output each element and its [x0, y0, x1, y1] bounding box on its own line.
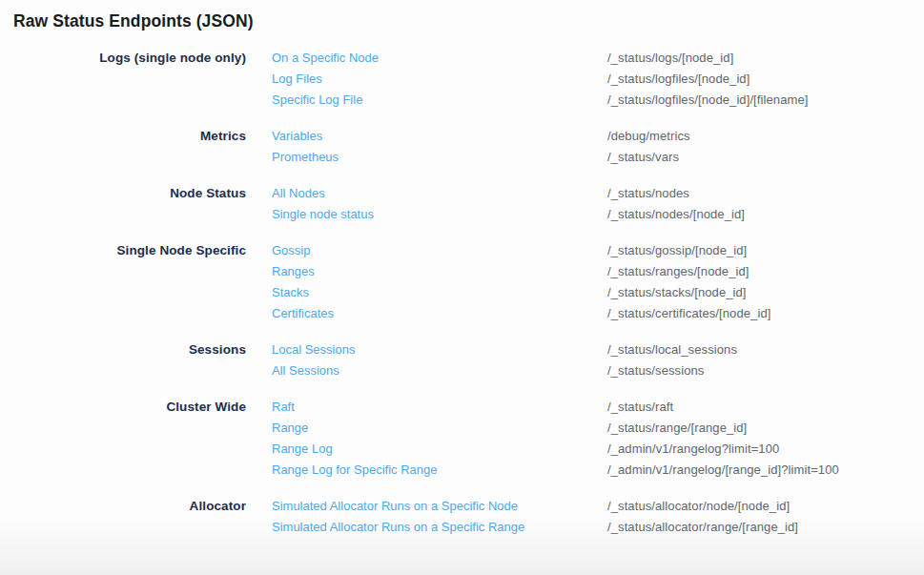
category-label: Sessions — [13, 339, 246, 360]
endpoint-link[interactable]: Local Sessions — [272, 339, 607, 360]
endpoint-row: On a Specific Node/_status/logs/[node_id… — [272, 48, 924, 69]
endpoint-path: /_status/certificates/[node_id] — [607, 303, 924, 324]
endpoint-section: SessionsLocal Sessions/_status/local_ses… — [13, 339, 924, 381]
endpoint-row: Range Log/_admin/v1/rangelog?limit=100 — [272, 439, 924, 460]
raw-status-endpoints-page: Raw Status Endpoints (JSON) Logs (single… — [0, 0, 924, 575]
endpoint-rows: On a Specific Node/_status/logs/[node_id… — [272, 48, 924, 111]
endpoint-row: Prometheus/_status/vars — [272, 147, 924, 168]
endpoint-row: Simulated Allocator Runs on a Specific N… — [272, 496, 924, 517]
endpoint-rows: Simulated Allocator Runs on a Specific N… — [272, 496, 924, 538]
endpoint-rows: Raft/_status/raftRange/_status/range/[ra… — [272, 397, 924, 481]
category-label: Node Status — [13, 183, 246, 204]
endpoint-link[interactable]: Range Log — [272, 439, 607, 460]
endpoint-section: AllocatorSimulated Allocator Runs on a S… — [13, 496, 924, 538]
endpoint-rows: Variables/debug/metricsPrometheus/_statu… — [272, 126, 924, 168]
endpoint-path: /_admin/v1/rangelog/[range_id]?limit=100 — [607, 460, 924, 481]
endpoint-path: /_admin/v1/rangelog?limit=100 — [607, 439, 924, 460]
endpoint-link[interactable]: Log Files — [272, 69, 607, 90]
endpoint-rows: Local Sessions/_status/local_sessionsAll… — [272, 339, 924, 381]
endpoint-sections: Logs (single node only)On a Specific Nod… — [13, 48, 924, 538]
endpoint-path: /_status/ranges/[node_id] — [607, 261, 924, 282]
endpoint-section: MetricsVariables/debug/metricsPrometheus… — [13, 126, 924, 168]
endpoint-link[interactable]: Stacks — [272, 282, 607, 303]
endpoint-path: /_status/gossip/[node_id] — [607, 240, 924, 261]
endpoint-section: Logs (single node only)On a Specific Nod… — [13, 48, 924, 111]
endpoint-link[interactable]: Raft — [272, 397, 607, 418]
endpoint-link[interactable]: Gossip — [272, 240, 607, 261]
endpoint-link[interactable]: Ranges — [272, 261, 607, 282]
endpoint-section: Node StatusAll Nodes/_status/nodesSingle… — [13, 183, 924, 225]
endpoint-link[interactable]: Simulated Allocator Runs on a Specific R… — [272, 517, 607, 538]
endpoint-path: /_status/logfiles/[node_id]/[filename] — [607, 90, 924, 111]
endpoint-row: Log Files/_status/logfiles/[node_id] — [272, 69, 924, 90]
endpoint-rows: All Nodes/_status/nodesSingle node statu… — [272, 183, 924, 225]
endpoint-path: /_status/range/[range_id] — [607, 418, 924, 439]
endpoint-path: /_status/logfiles/[node_id] — [607, 69, 924, 90]
endpoint-row: Raft/_status/raft — [272, 397, 924, 418]
endpoint-row: Stacks/_status/stacks/[node_id] — [272, 282, 924, 303]
endpoint-row: All Nodes/_status/nodes — [272, 183, 924, 204]
endpoint-row: Simulated Allocator Runs on a Specific R… — [272, 517, 924, 538]
endpoint-link[interactable]: Single node status — [272, 204, 607, 225]
page-title: Raw Status Endpoints (JSON) — [13, 11, 924, 31]
category-label: Cluster Wide — [13, 397, 246, 418]
endpoint-row: Gossip/_status/gossip/[node_id] — [272, 240, 924, 261]
endpoint-link[interactable]: All Sessions — [272, 360, 607, 381]
endpoint-path: /debug/metrics — [607, 126, 924, 147]
endpoint-path: /_status/local_sessions — [607, 339, 924, 360]
endpoint-section: Cluster WideRaft/_status/raftRange/_stat… — [13, 397, 924, 481]
endpoint-link[interactable]: Range — [272, 418, 607, 439]
category-label: Allocator — [13, 496, 246, 517]
endpoint-row: Single node status/_status/nodes/[node_i… — [272, 204, 924, 225]
endpoint-link[interactable]: Variables — [272, 126, 607, 147]
endpoint-row: Certificates/_status/certificates/[node_… — [272, 303, 924, 324]
endpoint-row: All Sessions/_status/sessions — [272, 360, 924, 381]
endpoint-path: /_status/stacks/[node_id] — [607, 282, 924, 303]
endpoint-path: /_status/allocator/range/[range_id] — [607, 517, 924, 538]
endpoint-row: Variables/debug/metrics — [272, 126, 924, 147]
category-label: Logs (single node only) — [13, 48, 246, 69]
endpoint-link[interactable]: Simulated Allocator Runs on a Specific N… — [272, 496, 607, 517]
endpoint-path: /_status/sessions — [607, 360, 924, 381]
endpoint-link[interactable]: On a Specific Node — [272, 48, 607, 69]
endpoint-row: Range Log for Specific Range/_admin/v1/r… — [272, 460, 924, 481]
endpoint-row: Specific Log File/_status/logfiles/[node… — [272, 90, 924, 111]
endpoint-path: /_status/nodes/[node_id] — [607, 204, 924, 225]
endpoint-link[interactable]: Range Log for Specific Range — [272, 460, 607, 481]
endpoint-path: /_status/raft — [607, 397, 924, 418]
endpoint-path: /_status/allocator/node/[node_id] — [607, 496, 924, 517]
endpoint-link[interactable]: Certificates — [272, 303, 607, 324]
endpoint-link[interactable]: Prometheus — [272, 147, 607, 168]
category-label: Metrics — [13, 126, 246, 147]
endpoint-section: Single Node SpecificGossip/_status/gossi… — [13, 240, 924, 324]
endpoint-row: Local Sessions/_status/local_sessions — [272, 339, 924, 360]
endpoint-path: /_status/vars — [607, 147, 924, 168]
endpoint-path: /_status/nodes — [607, 183, 924, 204]
endpoint-rows: Gossip/_status/gossip/[node_id]Ranges/_s… — [272, 240, 924, 324]
endpoint-link[interactable]: Specific Log File — [272, 90, 607, 111]
category-label: Single Node Specific — [13, 240, 246, 261]
endpoint-path: /_status/logs/[node_id] — [607, 48, 924, 69]
endpoint-row: Range/_status/range/[range_id] — [272, 418, 924, 439]
endpoint-row: Ranges/_status/ranges/[node_id] — [272, 261, 924, 282]
endpoint-link[interactable]: All Nodes — [272, 183, 607, 204]
